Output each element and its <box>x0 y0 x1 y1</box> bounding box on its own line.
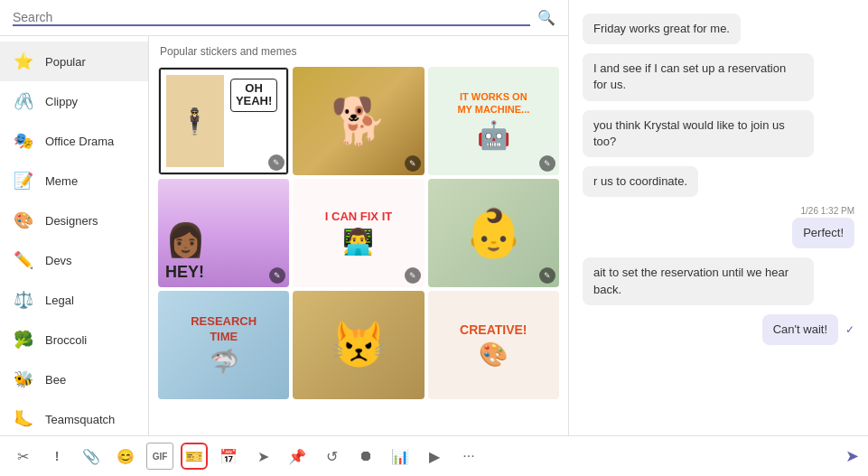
toolbar-pin-icon[interactable]: 📌 <box>284 443 311 470</box>
edit-badge-2: ✎ <box>405 155 421 172</box>
chat-area: Friday works great for me. I and see if … <box>569 0 868 435</box>
sticker-cell-6[interactable]: 👶 ✎ <box>428 179 559 287</box>
sidebar-label-devs: Devs <box>45 254 72 267</box>
sidebar-item-designers[interactable]: 🎨 Designers <box>0 201 148 240</box>
sticker-grid: 🕴️ OHYEAH! ✎ 🐕 ✎ <box>158 67 559 399</box>
chat-timestamp-5: 1/26 1:32 PM <box>801 206 854 216</box>
sidebar-item-clippy[interactable]: 🖇️ Clippy <box>0 81 148 121</box>
chat-message-3: you think Krystal would like to join us … <box>583 110 814 157</box>
toolbar-attach-icon[interactable]: ✂ <box>9 443 36 470</box>
toolbar-more-icon[interactable]: ··· <box>455 443 482 470</box>
sidebar-label-office_drama: Office Drama <box>45 135 114 148</box>
chat-message-6: ait to set the reservation until we hear… <box>583 257 814 304</box>
sidebar-icon-broccoli: 🥦 <box>11 327 36 352</box>
sticker-cell-8[interactable]: 😾 <box>293 291 424 399</box>
toolbar-important-icon[interactable]: ! <box>43 443 70 470</box>
toolbar-record-icon[interactable]: ⏺ <box>352 443 379 470</box>
sticker-cell-7[interactable]: RESEARCHTIME 🦈 <box>158 291 289 399</box>
search-bar: 🔍 <box>0 0 568 36</box>
toolbar-video-icon[interactable]: ▶ <box>421 443 448 470</box>
sticker-grid-area: Popular stickers and memes 🕴️ OHYEAH! <box>149 36 568 435</box>
check-icon: ✓ <box>845 323 854 336</box>
edit-badge-6: ✎ <box>539 267 555 284</box>
sidebar-icon-popular: ⭐ <box>11 49 36 74</box>
toolbar-refresh-icon[interactable]: ↺ <box>318 443 345 470</box>
sidebar-item-broccoli[interactable]: 🥦 Broccoli <box>0 320 148 359</box>
sidebar-item-teamsquatch[interactable]: 🦶 Teamsquatch <box>0 399 148 435</box>
sticker-sidebar: ⭐ Popular 🖇️ Clippy 🎭 Office Drama 📝 Mem… <box>0 36 149 435</box>
sidebar-label-popular: Popular <box>45 55 86 69</box>
toolbar: ✂ ! 📎 😊 GIF 🎫 📅 ➤ 📌 ↺ ⏺ 📊 ▶ ··· ➤ <box>0 435 868 476</box>
toolbar-emoji-icon[interactable]: 😊 <box>112 443 139 470</box>
chat-message-4: r us to coordinate. <box>583 166 698 197</box>
chat-bubble-2: I and see if I can set up a reservation … <box>583 53 814 100</box>
chat-message-2: I and see if I can set up a reservation … <box>583 53 814 100</box>
chat-message-5: 1/26 1:32 PM Perfect! <box>792 206 854 248</box>
search-icon[interactable]: 🔍 <box>537 9 555 26</box>
toolbar-sticker-icon[interactable]: 🎫 <box>181 443 208 470</box>
sidebar-icon-office_drama: 🎭 <box>11 128 36 154</box>
main-area: 🔍 ⭐ Popular 🖇️ Clippy 🎭 Office Drama 📝 M… <box>0 0 868 435</box>
sticker-cell-5[interactable]: I CAN FIX IT 👨‍💻 ✎ <box>293 179 424 287</box>
sidebar-item-bee[interactable]: 🐝 Bee <box>0 359 148 399</box>
toolbar-schedule-icon[interactable]: 📅 <box>215 443 242 470</box>
toolbar-paperclip-icon[interactable]: 📎 <box>78 443 105 470</box>
sticker-cell-4[interactable]: 👩🏾 HEY! ✎ <box>158 179 289 287</box>
chat-bubble-4: r us to coordinate. <box>583 166 698 197</box>
chat-message-1: Friday works great for me. <box>583 14 741 44</box>
toolbar-chart-icon[interactable]: 📊 <box>387 443 414 470</box>
edit-badge-5: ✎ <box>405 267 421 284</box>
sticker-cell-1[interactable]: 🕴️ OHYEAH! ✎ <box>158 67 289 175</box>
sticker-content: ⭐ Popular 🖇️ Clippy 🎭 Office Drama 📝 Mem… <box>0 36 568 435</box>
sidebar-icon-designers: 🎨 <box>11 208 36 233</box>
sidebar-label-designers: Designers <box>45 214 98 228</box>
search-input[interactable] <box>13 10 530 26</box>
sidebar-item-legal[interactable]: ⚖️ Legal <box>0 280 148 320</box>
sidebar-item-popular[interactable]: ⭐ Popular <box>0 42 148 81</box>
chat-bubble-7: Can't wait! <box>762 314 838 345</box>
toolbar-arrow-icon[interactable]: ➤ <box>249 443 276 470</box>
chat-message-7: Can't wait! ✓ <box>762 314 854 345</box>
sticker-cell-2[interactable]: 🐕 ✎ <box>293 67 424 175</box>
chat-bubble-5: Perfect! <box>792 218 854 248</box>
sidebar-icon-devs: ✏️ <box>11 247 36 273</box>
sidebar-label-clippy: Clippy <box>45 95 78 108</box>
sidebar-icon-legal: ⚖️ <box>11 287 36 313</box>
chat-bubble-6: ait to set the reservation until we hear… <box>583 257 814 304</box>
sidebar-label-teamsquatch: Teamsquatch <box>45 413 115 426</box>
sidebar-icon-teamsquatch: 🦶 <box>11 406 36 432</box>
sidebar-label-meme: Meme <box>45 174 78 188</box>
sidebar-label-bee: Bee <box>45 373 66 387</box>
sidebar-label-legal: Legal <box>45 294 74 307</box>
sidebar-item-devs[interactable]: ✏️ Devs <box>0 240 148 280</box>
chat-bubble-1: Friday works great for me. <box>583 14 741 44</box>
send-button[interactable]: ➤ <box>845 446 859 466</box>
sticker-cell-9[interactable]: CREATIVE! 🎨 <box>428 291 559 399</box>
sidebar-item-office_drama[interactable]: 🎭 Office Drama <box>0 121 148 161</box>
sidebar-label-broccoli: Broccoli <box>45 333 87 347</box>
chat-bubble-3: you think Krystal would like to join us … <box>583 110 814 157</box>
toolbar-gif-icon[interactable]: GIF <box>146 443 173 470</box>
section-title: Popular stickers and memes <box>158 45 559 58</box>
sidebar-icon-meme: 📝 <box>11 168 36 193</box>
sticker-cell-3[interactable]: IT WORKS ONMY MACHINE... 🤖 ✎ <box>428 67 559 175</box>
sticker-panel: 🔍 ⭐ Popular 🖇️ Clippy 🎭 Office Drama 📝 M… <box>0 0 569 435</box>
sidebar-icon-clippy: 🖇️ <box>11 89 36 114</box>
sidebar-item-meme[interactable]: 📝 Meme <box>0 161 148 201</box>
edit-badge-3: ✎ <box>539 155 555 172</box>
sidebar-icon-bee: 🐝 <box>11 367 36 392</box>
